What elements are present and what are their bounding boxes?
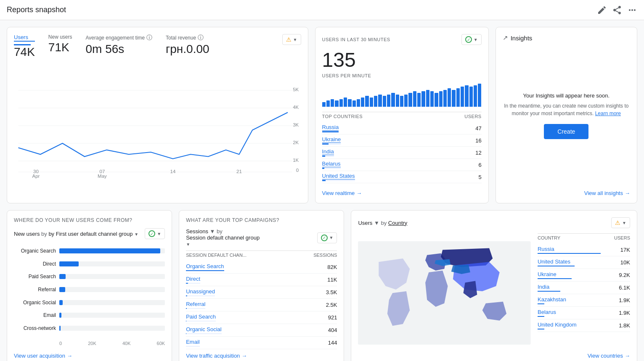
engagement-help-icon[interactable]: ⓘ xyxy=(146,34,152,42)
country-row: India 12 xyxy=(322,147,482,159)
map-country-row: United Kingdom 1.8K xyxy=(538,319,630,332)
mini-bar xyxy=(448,88,451,107)
bar-label: Cross-network xyxy=(14,325,56,331)
country-col-label: COUNTRY xyxy=(538,235,560,240)
bar-label: Direct xyxy=(14,261,56,267)
map-country-name[interactable]: Belarus xyxy=(538,309,556,315)
users-status-btn[interactable]: ⚠ ▼ xyxy=(282,34,301,45)
country-value: 5 xyxy=(478,174,481,180)
realtime-status-btn[interactable]: ✓ ▼ xyxy=(461,34,482,45)
map-country-bar xyxy=(538,278,572,279)
map-country-name[interactable]: Kazakhstan xyxy=(538,296,566,303)
mini-bar xyxy=(478,84,481,107)
session-value: 144 xyxy=(328,340,337,346)
edit-icon[interactable] xyxy=(597,5,607,15)
session-name[interactable]: Unassigned xyxy=(186,288,215,295)
bar-fill xyxy=(59,313,61,318)
new-users-value: 71K xyxy=(48,41,72,54)
sessions-subtitle[interactable]: Sessions xyxy=(186,228,208,235)
dropdown-icon[interactable]: ▼ xyxy=(134,232,138,237)
chevron-down-icon: ▼ xyxy=(293,37,297,42)
sessions-table: SESSION DEFAULT CHAN... SESSIONS Organic… xyxy=(186,250,337,349)
map-country-row: Belarus 1.9K xyxy=(538,307,630,319)
session-bar xyxy=(186,333,222,334)
metrics-row: Users 74K New users 71K Average engageme… xyxy=(14,34,301,59)
map-svg-wrap xyxy=(358,233,531,353)
session-name[interactable]: Direct xyxy=(186,276,200,282)
map-content: COUNTRY USERS Russia 17K United States 1… xyxy=(358,233,630,353)
users-card: Users 74K New users 71K Average engageme… xyxy=(7,27,308,203)
users-col-label: USERS xyxy=(614,235,630,240)
country-name[interactable]: Belarus xyxy=(322,161,341,167)
share-icon[interactable] xyxy=(612,5,622,15)
create-button[interactable]: Create xyxy=(544,124,588,139)
country-row: United States 5 xyxy=(322,171,482,183)
map-country-bar xyxy=(538,266,575,266)
map-country-name[interactable]: Russia xyxy=(538,246,554,252)
mini-bar xyxy=(413,91,416,107)
view-traffic-acquisition-link[interactable]: View traffic acquisition → xyxy=(186,349,337,359)
session-name[interactable]: Organic Search xyxy=(186,263,224,269)
country-subtitle[interactable]: Country xyxy=(388,220,408,226)
insights-body: Your Insights will appear here soon. In … xyxy=(503,42,630,190)
insights-title: ↗ Insights xyxy=(503,34,630,42)
country-name[interactable]: India xyxy=(322,148,334,155)
mini-bar xyxy=(370,97,373,107)
map-country-name[interactable]: Ukraine xyxy=(538,271,557,277)
bar-fill xyxy=(59,274,66,279)
country-list-header: COUNTRY USERS xyxy=(538,233,630,242)
page-title: Reports snapshot xyxy=(7,5,66,14)
top-row: Users 74K New users 71K Average engageme… xyxy=(7,27,637,203)
session-name[interactable]: Email xyxy=(186,339,200,345)
new-users-subtitle[interactable]: New users xyxy=(14,231,40,237)
country-name[interactable]: United States xyxy=(322,173,355,179)
bar-row: Organic Social xyxy=(14,300,165,306)
map-status-btn[interactable]: ⚠ ▼ xyxy=(611,217,630,228)
map-country-name[interactable]: United Kingdom xyxy=(538,321,577,328)
map-country-bar xyxy=(538,253,601,254)
view-countries-link[interactable]: View countries → xyxy=(358,353,630,359)
map-country-name[interactable]: United States xyxy=(538,258,570,265)
country-name[interactable]: Ukraine xyxy=(322,136,341,143)
session-name[interactable]: Organic Social xyxy=(186,326,222,332)
session-channel-subtitle[interactable]: Session default channel group xyxy=(186,235,260,241)
map-country-value: 17K xyxy=(620,247,630,253)
users-label[interactable]: Users xyxy=(14,34,35,42)
map-country-row: Ukraine 9.2K xyxy=(538,269,630,282)
insights-body-text: In the meantime, you can create new cust… xyxy=(503,102,630,117)
map-country-bar xyxy=(538,291,560,292)
mini-bar xyxy=(435,93,438,107)
view-user-acquisition-link[interactable]: View user acquisition → xyxy=(14,353,165,359)
line-chart-container: 5K 4K 3K 2K 1K 0 30 xyxy=(14,64,301,196)
mini-bar xyxy=(335,100,338,107)
revenue-help-icon[interactable]: ⓘ xyxy=(198,34,204,42)
acquisition-status-btn[interactable]: ✓ ▼ xyxy=(145,228,165,239)
map-country-bar xyxy=(538,329,545,329)
map-country-name[interactable]: India xyxy=(538,284,549,290)
sessions-col-label: SESSIONS xyxy=(313,253,337,258)
check-icon: ✓ xyxy=(323,235,326,240)
bar-row: Direct xyxy=(14,261,165,267)
more-icon[interactable] xyxy=(627,5,637,15)
session-row: Organic Social 404 xyxy=(186,324,337,337)
view-realtime-link[interactable]: View realtime → xyxy=(322,190,482,196)
session-row: Paid Search 921 xyxy=(186,311,337,324)
channel-group-subtitle[interactable]: by First user default channel group xyxy=(48,231,133,237)
dropdown-icon[interactable]: ▼ xyxy=(186,242,190,247)
country-name[interactable]: Russia xyxy=(322,124,339,131)
session-name[interactable]: Paid Search xyxy=(186,314,216,320)
session-value: 82K xyxy=(327,264,337,270)
view-all-insights-link[interactable]: View all insights → xyxy=(503,190,630,196)
country-bar xyxy=(322,143,341,145)
realtime-header: USERS IN LAST 30 MINUTES ✓ ▼ xyxy=(322,34,482,45)
svg-text:21: 21 xyxy=(236,169,242,174)
campaigns-card: WHAT ARE YOUR TOP CAMPAIGNS? Sessions ▼ … xyxy=(179,210,344,361)
bar-label: Email xyxy=(14,312,56,318)
users-map-label[interactable]: Users xyxy=(358,220,372,226)
mini-bar-chart xyxy=(322,82,482,107)
session-value: 2.5K xyxy=(326,302,337,308)
session-value: 11K xyxy=(327,277,337,283)
session-name[interactable]: Referral xyxy=(186,301,205,307)
campaigns-status-btn[interactable]: ✓ ▼ xyxy=(317,232,337,243)
learn-more-link[interactable]: Learn more xyxy=(595,111,621,116)
